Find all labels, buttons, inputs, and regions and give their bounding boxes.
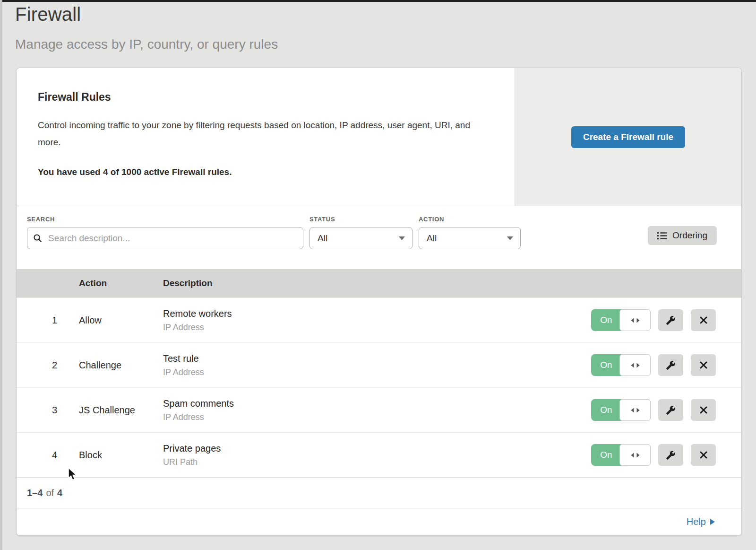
row-action: JS Challenge [79,405,163,416]
help-link-label: Help [687,516,706,527]
row-action: Block [79,450,163,461]
list-icon [657,232,667,240]
enable-toggle[interactable]: On [591,354,651,376]
card-title: Firewall Rules [38,91,493,104]
status-filter-group: STATUS All [309,216,412,269]
rules-intro-text: Firewall Rules Control incoming traffic … [17,68,515,206]
rules-intro-section: Firewall Rules Control incoming traffic … [17,68,741,206]
delete-rule-button[interactable] [691,399,716,421]
left-right-arrows-icon [631,363,640,368]
row-priority: 1 [17,315,79,326]
enable-toggle[interactable]: On [591,444,651,466]
toggle-handle[interactable] [619,354,651,376]
toggle-on-label: On [591,399,621,421]
toggle-handle[interactable] [619,309,651,331]
row-match-type: IP Address [163,323,585,332]
table-header: Action Description [17,269,741,297]
left-right-arrows-icon [631,408,640,413]
page-subtitle: Manage access by IP, country, or query r… [15,37,278,52]
toggle-handle[interactable] [619,399,651,421]
filter-bar: SEARCH STATUS All ACTION [17,206,741,269]
pagination-total: 4 [57,488,62,498]
row-match-type: IP Address [163,367,585,377]
row-match-type: IP Address [163,412,585,422]
card-footer: Help [17,508,741,535]
edit-rule-button[interactable] [658,444,683,466]
delete-rule-button[interactable] [691,354,716,376]
row-description: Spam comments [163,398,585,409]
ordering-wrap: Ordering [648,216,717,269]
row-description: Private pages [163,443,585,454]
row-priority: 2 [17,360,79,371]
status-select-value: All [318,233,327,244]
pagination-of-label: of [46,488,54,498]
create-firewall-rule-button[interactable]: Create a Firewall rule [571,126,685,148]
action-select[interactable]: All [419,227,521,249]
chevron-down-icon [507,236,513,240]
row-description-cell: Remote workers IP Address [163,308,585,332]
row-controls: On [585,399,741,421]
edit-rule-button[interactable] [658,399,683,421]
action-filter-group: ACTION All [419,216,521,269]
row-priority: 4 [17,450,79,461]
row-match-type: URI Path [163,457,585,467]
row-priority: 3 [17,405,79,416]
action-select-value: All [427,233,437,244]
firewall-rules-card: Firewall Rules Control incoming traffic … [16,68,742,536]
close-icon [699,361,708,369]
row-description: Test rule [163,353,585,364]
status-select[interactable]: All [309,227,412,249]
wrench-icon [666,315,676,325]
row-description: Remote workers [163,308,585,319]
caret-right-icon [710,519,715,525]
wrench-icon [666,405,676,415]
card-description: Control incoming traffic to your zone by… [38,117,487,151]
chevron-down-icon [399,236,405,240]
toggle-on-label: On [591,309,621,331]
firewall-page: Firewall Manage access by IP, country, o… [0,0,756,550]
edit-rule-button[interactable] [658,309,683,331]
search-filter-group: SEARCH [27,216,303,269]
search-icon [33,234,42,243]
delete-rule-button[interactable] [691,444,716,466]
pagination: 1–4 of 4 [17,477,741,508]
delete-rule-button[interactable] [691,309,716,331]
create-rule-panel: Create a Firewall rule [515,68,741,206]
ordering-button-label: Ordering [672,230,707,241]
search-box [27,227,303,249]
table-row: 3 JS Challenge Spam comments IP Address … [17,387,741,432]
column-action: Action [79,278,163,288]
enable-toggle[interactable]: On [591,309,651,331]
search-input[interactable] [27,227,303,249]
left-right-arrows-icon [631,453,640,458]
row-description-cell: Private pages URI Path [163,443,585,467]
edit-rule-button[interactable] [658,354,683,376]
wrench-icon [666,450,676,460]
left-right-arrows-icon [631,318,640,323]
window-top-edge [0,0,756,2]
status-label: STATUS [309,216,412,223]
close-icon [699,451,708,459]
action-label: ACTION [419,216,521,223]
row-action: Challenge [79,360,163,371]
row-description-cell: Spam comments IP Address [163,398,585,422]
close-icon [699,316,708,324]
window-left-edge [0,0,2,550]
pagination-range: 1–4 [27,488,43,498]
row-action: Allow [79,315,163,326]
row-controls: On [585,309,741,331]
help-link[interactable]: Help [687,516,715,527]
enable-toggle[interactable]: On [591,399,651,421]
row-controls: On [585,444,741,466]
table-row: 1 Allow Remote workers IP Address On [17,297,741,342]
wrench-icon [666,360,676,370]
row-description-cell: Test rule IP Address [163,353,585,377]
page-title: Firewall [15,4,81,25]
toggle-handle[interactable] [619,444,651,466]
usage-text: You have used 4 of 1000 active Firewall … [38,167,493,177]
table-row: 2 Challenge Test rule IP Address On [17,342,741,387]
close-icon [699,406,708,414]
toggle-on-label: On [591,354,621,376]
ordering-button[interactable]: Ordering [648,226,717,245]
toggle-on-label: On [591,444,621,466]
